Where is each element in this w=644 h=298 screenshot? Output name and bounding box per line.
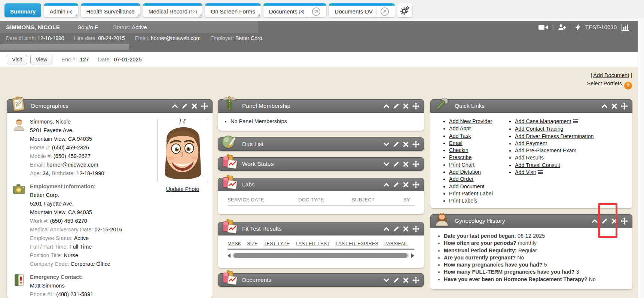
- close-icon[interactable]: [611, 103, 617, 109]
- quick-link[interactable]: Add Visit: [515, 169, 536, 175]
- edit-icon[interactable]: [393, 277, 399, 283]
- collapse-icon[interactable]: [601, 103, 608, 109]
- quick-link[interactable]: Print Chart: [449, 162, 474, 168]
- portlet-header[interactable]: Due List: [218, 137, 424, 151]
- expand-icon[interactable]: [383, 277, 390, 283]
- expand-icon[interactable]: [383, 141, 390, 148]
- edit-icon[interactable]: [393, 141, 399, 148]
- sortable-column-header[interactable]: LAST FIT TEST: [296, 241, 330, 246]
- scroll-thumb[interactable]: [0, 44, 129, 50]
- add-user-icon[interactable]: [558, 24, 566, 30]
- collapse-icon[interactable]: [383, 182, 390, 188]
- expand-icon[interactable]: [383, 161, 390, 167]
- help-icon[interactable]: ?: [624, 82, 632, 89]
- quick-link[interactable]: Add Pre-Placement Exam: [515, 148, 576, 153]
- scrollbar-thumb[interactable]: [234, 253, 408, 258]
- sortable-column-header[interactable]: LAST FIT EXPIRES: [336, 241, 378, 246]
- portlet-header[interactable]: Documents: [218, 273, 424, 287]
- portlet-header[interactable]: Demographics: [7, 99, 213, 113]
- quick-link[interactable]: Add Dictation: [449, 169, 481, 175]
- update-photo-link[interactable]: Update Photo: [157, 186, 208, 192]
- scrollbar-track[interactable]: [232, 253, 409, 258]
- move-icon[interactable]: [621, 218, 628, 225]
- quick-link[interactable]: Add Contact Tracing: [515, 126, 564, 132]
- quick-link[interactable]: Add Driver Fitness Determination: [515, 133, 594, 139]
- close-icon[interactable]: [403, 182, 409, 188]
- tab-summary[interactable]: Summary: [4, 3, 41, 17]
- patient-name-link[interactable]: Simmons, Nicole: [30, 119, 71, 125]
- edit-icon[interactable]: [393, 161, 399, 167]
- quick-link-item: Print Labels: [449, 197, 508, 204]
- move-icon[interactable]: [621, 103, 628, 110]
- quick-link[interactable]: Add Travel Consult: [515, 162, 560, 168]
- quick-link[interactable]: Print Labels: [449, 198, 477, 204]
- tab[interactable]: Documents (8): [263, 3, 327, 17]
- collapse-icon[interactable]: [383, 226, 390, 232]
- close-icon[interactable]: [403, 141, 409, 148]
- tab[interactable]: Admin (5): [44, 3, 78, 17]
- scroll-right-arrow[interactable]: [411, 253, 414, 258]
- open-new-window-icon[interactable]: [308, 7, 321, 16]
- close-icon[interactable]: [403, 226, 409, 232]
- open-new-window-icon[interactable]: [376, 7, 389, 16]
- quick-link[interactable]: Add Results: [515, 155, 544, 161]
- tab[interactable]: On Screen Forms: [205, 3, 260, 17]
- tab[interactable]: Medical Record (12): [143, 3, 203, 17]
- portlet-header[interactable]: Labs: [218, 178, 424, 191]
- move-icon[interactable]: [412, 161, 419, 168]
- portlet-header[interactable]: Quick Links: [430, 99, 632, 113]
- collapse-icon[interactable]: [383, 103, 390, 109]
- sortable-column-header[interactable]: MASK: [228, 241, 241, 246]
- edit-icon[interactable]: [393, 226, 399, 232]
- sortable-column-header[interactable]: TEST TYPE: [264, 241, 290, 246]
- sortable-column-header[interactable]: PASS/FAIL: [384, 241, 408, 246]
- quick-link[interactable]: Checkin: [449, 147, 468, 153]
- move-icon[interactable]: [201, 103, 208, 110]
- quick-link[interactable]: Print Patient Label: [449, 191, 493, 197]
- collapse-icon[interactable]: [592, 218, 598, 224]
- quick-link[interactable]: Add Appt: [449, 125, 471, 131]
- quick-link[interactable]: Add Document: [449, 183, 485, 189]
- quick-link[interactable]: Add New Provider: [449, 118, 492, 124]
- move-icon[interactable]: [412, 225, 419, 232]
- quick-link[interactable]: Add Task: [449, 133, 471, 139]
- quick-link[interactable]: Email: [449, 140, 463, 146]
- move-icon[interactable]: [412, 103, 419, 110]
- video-call-icon[interactable]: [538, 24, 548, 30]
- quick-link[interactable]: Add Case Management: [515, 118, 571, 124]
- close-icon[interactable]: [403, 161, 409, 167]
- portlet-header[interactable]: Panel Membership: [218, 99, 424, 113]
- sortable-column-header[interactable]: SIZE: [247, 241, 258, 246]
- edit-icon[interactable]: [181, 103, 188, 109]
- view-button[interactable]: View: [30, 55, 52, 64]
- edit-icon[interactable]: [393, 103, 399, 109]
- lightning-bolt-icon[interactable]: [576, 24, 580, 31]
- employment-line: Position Title:Nurse: [30, 251, 153, 260]
- quick-link[interactable]: Add Order: [449, 176, 474, 182]
- edit-icon[interactable]: [393, 182, 399, 188]
- move-icon[interactable]: [412, 181, 419, 188]
- portlet-documents: Documents: [218, 273, 424, 287]
- select-portlets-link[interactable]: Select Portlets: [587, 80, 622, 86]
- bar-chart-icon[interactable]: [622, 24, 629, 31]
- horizontal-scrollbar[interactable]: [228, 253, 414, 258]
- close-icon[interactable]: [403, 277, 409, 283]
- portlet-header[interactable]: Work Status: [218, 157, 424, 171]
- table-view-icon[interactable]: [538, 169, 543, 176]
- move-icon[interactable]: [412, 141, 419, 148]
- add-document-link[interactable]: Add Document: [593, 72, 629, 78]
- tab[interactable]: Health Surveillance: [81, 3, 140, 17]
- portlet-header[interactable]: Fit Test Results: [218, 222, 424, 235]
- close-icon[interactable]: [191, 103, 198, 109]
- scroll-left-arrow[interactable]: [228, 253, 231, 258]
- table-view-icon[interactable]: [573, 118, 578, 125]
- settings-gear-button[interactable]: [397, 3, 412, 17]
- quick-link[interactable]: Prescribe: [449, 154, 471, 160]
- move-icon[interactable]: [412, 277, 419, 284]
- tab[interactable]: Documents-DV: [329, 3, 395, 17]
- vertical-scrollbar[interactable]: [638, 18, 644, 298]
- quick-link[interactable]: Add Payment: [515, 140, 547, 146]
- visit-button[interactable]: Visit: [7, 55, 27, 64]
- close-icon[interactable]: [403, 103, 409, 109]
- collapse-icon[interactable]: [172, 103, 178, 109]
